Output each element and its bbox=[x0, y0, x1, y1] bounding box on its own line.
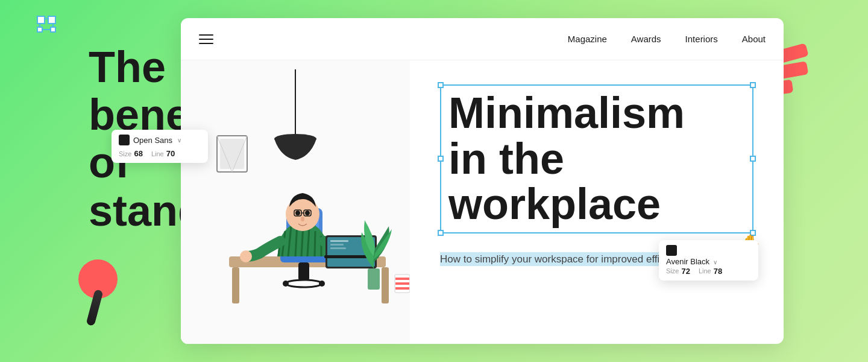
svg-point-17 bbox=[305, 211, 310, 215]
svg-rect-7 bbox=[232, 267, 239, 303]
svg-point-30 bbox=[286, 280, 322, 287]
line-label-right: Line bbox=[699, 267, 711, 275]
svg-point-21 bbox=[301, 217, 304, 221]
handle-ml bbox=[438, 156, 444, 162]
subtitle-text: How to simplify your workspace for impro… bbox=[440, 252, 689, 266]
font-swatch-right bbox=[666, 245, 677, 256]
illustration-area bbox=[181, 60, 410, 344]
line-label-left: Line bbox=[151, 150, 164, 157]
content-area: Minimalism in the workplace ✋ Avenir Bla… bbox=[410, 60, 784, 344]
heading-wrapper: Minimalism in the workplace ✋ Avenir Bla… bbox=[440, 84, 753, 233]
card-nav: Magazine Awards Interiors About bbox=[181, 18, 784, 60]
hamburger-line-2 bbox=[199, 39, 213, 40]
svg-rect-29 bbox=[298, 262, 309, 281]
hamburger-menu[interactable] bbox=[199, 34, 213, 44]
font-tooltip-left: Open Sans ∨ Size 68 Line 70 bbox=[112, 130, 208, 163]
font-swatch-left bbox=[119, 135, 130, 145]
svg-point-22 bbox=[240, 250, 252, 262]
main-card: Magazine Awards Interiors About bbox=[181, 18, 784, 344]
handle-tr bbox=[750, 82, 756, 88]
nav-links: Magazine Awards Interiors About bbox=[568, 34, 766, 44]
nav-about[interactable]: About bbox=[742, 34, 766, 44]
size-value-left: 68 bbox=[134, 149, 142, 158]
selection-handle-bl bbox=[37, 27, 43, 33]
size-label-right: Size bbox=[666, 267, 679, 275]
selection-handle-br bbox=[50, 27, 56, 33]
hamburger-line-3 bbox=[199, 43, 213, 44]
svg-rect-8 bbox=[382, 267, 389, 303]
nav-interiors[interactable]: Interiors bbox=[685, 34, 718, 44]
font-tooltip-right: Avenir Black ∨ Size 72 Line 78 bbox=[659, 240, 758, 281]
svg-point-31 bbox=[283, 281, 289, 287]
svg-point-16 bbox=[295, 211, 300, 215]
line-value-right: 78 bbox=[714, 267, 722, 276]
svg-rect-35 bbox=[395, 278, 409, 280]
size-label-left: Size bbox=[119, 150, 131, 157]
font-name-left: Open Sans bbox=[133, 136, 172, 145]
bg-text-selection-box: The benefits of standi… bbox=[39, 18, 54, 30]
heading-selection-box: Minimalism in the workplace ✋ Avenir Bla… bbox=[440, 84, 753, 233]
svg-rect-26 bbox=[330, 244, 344, 246]
handle-bl bbox=[438, 230, 444, 236]
svg-point-32 bbox=[319, 281, 325, 287]
nav-awards[interactable]: Awards bbox=[631, 34, 661, 44]
card-body: Minimalism in the workplace ✋ Avenir Bla… bbox=[181, 60, 784, 344]
hamburger-line-1 bbox=[199, 34, 213, 36]
svg-rect-3 bbox=[220, 139, 244, 169]
font-caret-right: ∨ bbox=[713, 259, 717, 265]
size-value-right: 72 bbox=[681, 267, 690, 276]
desk-illustration bbox=[181, 69, 410, 335]
font-caret-left: ∨ bbox=[177, 137, 181, 144]
svg-rect-25 bbox=[330, 240, 348, 242]
svg-rect-33 bbox=[368, 268, 380, 290]
line-value-left: 70 bbox=[166, 149, 175, 158]
svg-rect-27 bbox=[330, 247, 346, 249]
main-heading: Minimalism in the workplace bbox=[448, 91, 745, 227]
handle-tl bbox=[438, 82, 444, 88]
heading-line1: Minimalism bbox=[448, 91, 745, 136]
handle-mr bbox=[750, 156, 756, 162]
heading-line2: in the workplace bbox=[448, 136, 745, 227]
svg-rect-37 bbox=[395, 287, 409, 290]
svg-rect-36 bbox=[395, 282, 409, 285]
decorative-sun bbox=[78, 259, 133, 314]
font-name-right: Avenir Black bbox=[666, 257, 709, 266]
nav-magazine[interactable]: Magazine bbox=[568, 34, 607, 44]
